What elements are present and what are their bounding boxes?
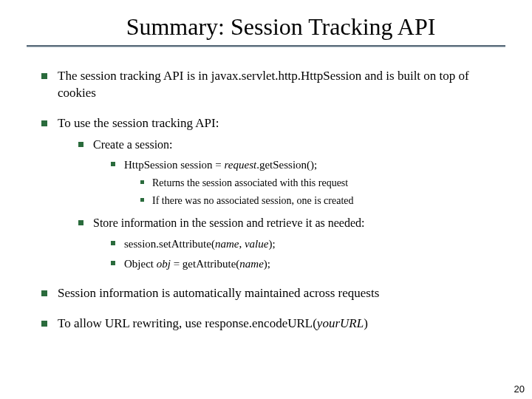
code: javax.servlet.http.HttpSession xyxy=(211,69,362,83)
bullet-2-2-1: session.setAttribute(name, value); xyxy=(111,236,505,252)
text: The session tracking API is in xyxy=(58,69,211,83)
bullet-2: To use the session tracking API: Create … xyxy=(41,115,505,272)
text: Create a session: xyxy=(93,138,173,151)
code-ital: value xyxy=(245,238,268,250)
code-ital: request xyxy=(225,159,257,171)
bullet-1: The session tracking API is in javax.ser… xyxy=(41,68,505,102)
text: Store information in the session and ret… xyxy=(93,216,364,229)
bullet-2-1: Create a session: HttpSession session = … xyxy=(78,137,505,208)
code: HttpSession session = xyxy=(124,159,225,171)
bullet-2-2: Store information in the session and ret… xyxy=(78,215,505,271)
code: Object xyxy=(124,258,157,270)
slide-title: Summary: Session Tracking API xyxy=(27,13,505,41)
code: response.encodeURL( xyxy=(205,316,317,330)
code: ); xyxy=(268,238,275,250)
code-ital: yourURL xyxy=(317,316,364,330)
slide: Summary: Session Tracking API The sessio… xyxy=(0,0,532,399)
code: session.setAttribute( xyxy=(124,238,215,250)
code: ) xyxy=(364,316,368,330)
bullet-2-1-1-2: If there was no associated session, one … xyxy=(140,194,505,208)
bullet-2-2-2: Object obj = getAttribute(name); xyxy=(111,256,505,272)
bullet-2-1-1-1: Returns the session associated with this… xyxy=(140,176,505,191)
bullet-3: Session information is automatically mai… xyxy=(41,285,505,302)
code: = getAttribute( xyxy=(171,258,239,270)
code-ital: obj xyxy=(157,258,171,270)
page-number: 20 xyxy=(514,383,525,395)
code: .getSession(); xyxy=(256,159,317,171)
code: , xyxy=(239,238,245,250)
bullet-2-1-1: HttpSession session = request.getSession… xyxy=(111,157,505,208)
bullet-list: The session tracking API is in javax.ser… xyxy=(41,68,505,332)
title-rule xyxy=(27,45,505,47)
bullet-4: To allow URL rewriting, use response.enc… xyxy=(41,316,505,332)
code-ital: name xyxy=(239,258,264,270)
text: To allow URL rewriting, use xyxy=(58,316,205,330)
code: ); xyxy=(264,258,270,270)
code-ital: name xyxy=(215,238,239,250)
text: To use the session tracking API: xyxy=(58,116,219,130)
